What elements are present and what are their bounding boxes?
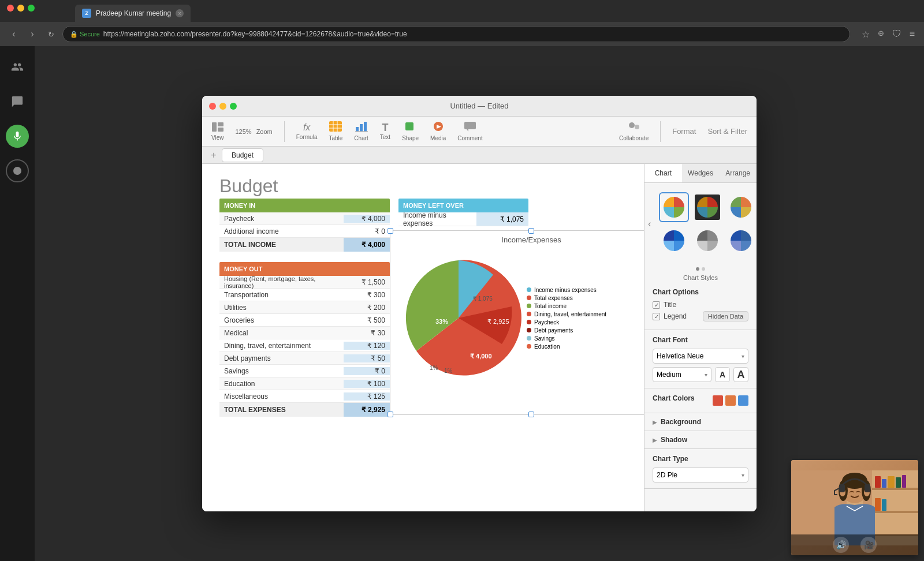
table-row: Transportation ₹ 300 [219,289,390,301]
address-bar[interactable]: 🔒 Secure https://meetinglab.zoho.com/pre… [62,26,850,42]
tab-close-button[interactable]: × [176,9,184,17]
minimize-window-button[interactable] [17,5,24,12]
prev-chart-style-button[interactable]: ‹ [646,219,653,229]
format-tool[interactable]: Format [672,127,696,136]
chart-label: Chart [354,135,368,141]
chat-button[interactable] [6,90,29,113]
app-close-button[interactable] [209,103,216,110]
app-maximize-button[interactable] [230,103,237,110]
hidden-data-button[interactable]: Hidden Data [703,311,748,321]
close-window-button[interactable] [7,5,14,12]
browser-tab[interactable]: Z Pradeep Kumar meeting × [75,5,191,22]
color-swatch-red[interactable] [713,395,723,406]
sort-filter-tool[interactable]: Sort & Filter [707,127,747,136]
svg-text:₹ 1,075: ₹ 1,075 [473,296,493,302]
chart-container[interactable]: Income/Expenses [390,230,644,415]
text-icon: T [382,122,388,133]
media-icon [432,121,445,134]
chart-style-item[interactable] [659,192,689,222]
title-checkbox[interactable]: ✓ [653,301,660,309]
add-sheet-button[interactable]: + [208,149,219,161]
text-tool[interactable]: T Text [380,122,390,140]
bookmark-button[interactable]: ☆ [859,28,872,41]
formula-tool[interactable]: fx Formula [296,122,318,140]
chart-type-select[interactable]: 2D Pie ▾ [653,468,748,483]
microphone-button[interactable] [6,125,29,148]
media-tool[interactable]: Media [430,121,446,141]
tab-arrange[interactable]: Arrange [719,164,757,182]
font-name-select[interactable]: Helvetica Neue ▾ [653,349,748,364]
browser-actions: ☆ ⊕ 🛡 ≡ [859,28,917,41]
back-button[interactable]: ‹ [7,27,21,41]
chart-style-item[interactable] [692,192,722,222]
decrease-font-button[interactable]: A [715,367,730,382]
budget-tab[interactable]: Budget [222,148,263,162]
svg-rect-10 [364,122,367,132]
svg-rect-31 [875,476,881,488]
chart-icon [355,121,368,134]
chart-tool[interactable]: Chart [354,121,368,141]
table-tool[interactable]: Table [329,121,342,141]
legend-item: Dining, travel, entertainment [527,311,606,317]
color-swatch-orange[interactable] [725,395,736,406]
money-in-table: MONEY IN Paycheck ₹ 4,000 Additional inc… [219,199,390,252]
legend-color [527,287,531,292]
refresh-button[interactable]: ↻ [44,27,58,41]
collaborate-icon [628,121,640,134]
shape-tool[interactable]: Shape [402,121,419,141]
tab-title: Pradeep Kumar meeting [96,9,171,17]
svg-rect-12 [405,122,413,130]
svg-text:₹ 2,925: ₹ 2,925 [487,318,509,325]
chart-style-item[interactable] [659,226,689,256]
table-label: Table [329,135,342,141]
zoom-control[interactable]: 125% Zoom [236,126,273,137]
browser-tab-bar: Z Pradeep Kumar meeting × [0,0,924,22]
url-text: https://meetinglab.zoho.com/presenter.do… [103,30,407,38]
app-minimize-button[interactable] [219,103,226,110]
comment-tool[interactable]: Comment [457,121,482,141]
chart-colors-section: Chart Colors [644,388,757,413]
svg-rect-28 [872,488,918,490]
expand-arrow-icon-2: ▶ [653,437,657,443]
menu-button[interactable]: ≡ [907,28,917,41]
maximize-window-button[interactable] [28,5,35,12]
chart-style-item[interactable] [726,226,756,256]
svg-rect-8 [356,127,359,132]
color-swatch-blue[interactable] [738,395,748,406]
comment-label: Comment [457,135,482,141]
table-row: Utilities ₹ 200 [219,301,390,314]
chart-style-item[interactable] [726,192,756,222]
secure-badge: 🔒 Secure [70,31,100,38]
video-thumbnail: 🔊 🎥 [791,460,918,555]
text-label: Text [380,134,390,140]
svg-rect-36 [875,498,881,511]
legend-color [527,328,531,332]
shadow-section[interactable]: ▶ Shadow [644,431,757,449]
forward-button[interactable]: › [25,27,39,41]
record-button[interactable] [6,159,29,182]
background-section[interactable]: ▶ Background [644,413,757,431]
legend-checkbox[interactable]: ✓ [653,313,660,320]
collaborate-tool[interactable]: Collaborate [619,121,649,141]
tab-chart[interactable]: Chart [644,164,682,182]
secure-text: Secure [80,31,100,38]
table-row: Housing (Rent, mortgage, taxes, insuranc… [219,276,390,289]
view-tool[interactable]: View [211,122,224,141]
zoom-button[interactable]: ⊕ [875,28,886,41]
svg-rect-35 [902,475,906,488]
font-size-select[interactable]: Medium ▾ [653,367,711,382]
money-left-row: Income minus expenses ₹ 1,075 [398,212,528,226]
legend-item: Total income [527,303,606,309]
formula-label: Formula [296,134,318,140]
svg-text:1%: 1% [430,365,438,371]
chart-style-item[interactable] [692,226,722,256]
audio-control-button[interactable]: 🔊 [833,537,849,553]
table-row: Savings ₹ 0 [219,365,390,377]
tab-wedges[interactable]: Wedges [682,164,720,182]
video-control-button[interactable]: 🎥 [860,537,877,553]
increase-font-button[interactable]: A [733,367,748,382]
participants-button[interactable] [6,55,29,78]
app-title: Untitled — Edited [450,102,508,110]
font-size-row: Medium ▾ A A [653,367,748,382]
table-row: Dining, travel, entertainment ₹ 120 [219,339,390,352]
